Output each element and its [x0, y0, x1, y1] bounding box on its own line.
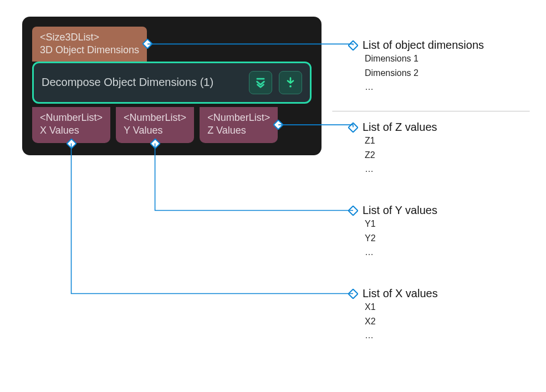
annotation-input-dimensions: List of object dimensions Dimensions 1 D… — [349, 39, 484, 94]
annotation-title: List of X values — [363, 287, 438, 300]
svg-rect-0 — [257, 78, 265, 80]
diamond-icon — [348, 40, 359, 51]
output-port-z-values[interactable]: <NumberList> Z Values — [200, 107, 278, 143]
annotation-item: … — [365, 328, 438, 343]
double-chevron-down-icon — [254, 77, 267, 89]
output-port-y-values[interactable]: <NumberList> Y Values — [116, 107, 194, 143]
output-port-label: Y Values — [124, 124, 186, 137]
output-port-label: Z Values — [207, 124, 270, 137]
annotation-title-row: List of Z values — [349, 121, 437, 134]
annotation-y-values: List of Y values Y1 Y2 … — [349, 204, 437, 259]
diamond-icon — [348, 205, 359, 216]
annotation-title: List of Z values — [363, 121, 437, 134]
input-port-type: <Size3DList> — [40, 31, 139, 44]
annotation-item: … — [365, 162, 437, 176]
port-connector-icon — [66, 138, 77, 149]
annotation-item: Y1 — [365, 217, 437, 231]
diamond-icon — [348, 122, 359, 133]
annotation-item: … — [365, 245, 437, 259]
output-port-label: X Values — [40, 124, 103, 137]
port-connector-icon — [142, 38, 153, 49]
output-port-type: <NumberList> — [40, 111, 103, 124]
annotation-z-values: List of Z values Z1 Z2 … — [349, 121, 437, 176]
svg-point-1 — [289, 85, 292, 88]
annotation-item: Z1 — [365, 134, 437, 148]
node-body: Decompose Object Dimensions (1) — [32, 62, 312, 104]
diamond-icon — [348, 288, 359, 299]
input-port-3d-dimensions[interactable]: <Size3DList> 3D Object Dimensions — [32, 27, 147, 62]
annotation-title: List of object dimensions — [363, 39, 484, 52]
annotation-item: X2 — [365, 314, 438, 329]
section-divider — [333, 111, 529, 111]
output-ports-row: <NumberList> X Values <NumberList> Y Val… — [32, 107, 312, 143]
output-port-type: <NumberList> — [207, 111, 270, 124]
annotation-item: Dimensions 2 — [365, 66, 484, 80]
annotation-item: Dimensions 1 — [365, 52, 484, 66]
annotation-title-row: List of object dimensions — [349, 39, 484, 52]
annotation-item: … — [365, 80, 484, 94]
port-connector-icon — [150, 138, 161, 149]
annotation-item: Z2 — [365, 148, 437, 162]
arrow-down-warning-icon — [285, 77, 296, 89]
annotation-item: Y2 — [365, 231, 437, 246]
output-port-x-values[interactable]: <NumberList> X Values — [32, 107, 110, 143]
node-title: Decompose Object Dimensions (1) — [42, 76, 242, 89]
annotation-x-values: List of X values X1 X2 … — [349, 287, 438, 343]
output-port-type: <NumberList> — [124, 111, 186, 124]
node-card: <Size3DList> 3D Object Dimensions Decomp… — [22, 17, 322, 155]
annotation-title: List of Y values — [363, 204, 437, 217]
execute-button[interactable] — [279, 71, 302, 94]
annotation-title-row: List of Y values — [349, 204, 437, 217]
input-port-label: 3D Object Dimensions — [40, 44, 139, 57]
annotation-item: X1 — [365, 300, 438, 314]
annotation-title-row: List of X values — [349, 287, 438, 300]
expand-all-button[interactable] — [249, 71, 272, 94]
port-connector-icon — [273, 119, 284, 130]
